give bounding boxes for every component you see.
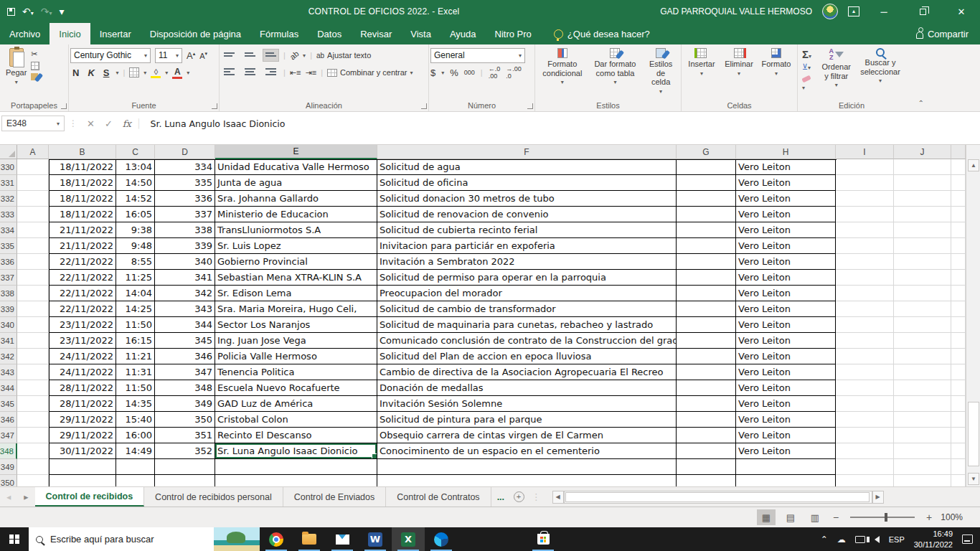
cell-D345[interactable]: 349 [155,396,215,412]
customize-qat-icon[interactable]: ▾ [60,6,65,17]
taskbar-store-icon[interactable] [527,527,560,551]
vertical-scroll-thumb[interactable] [968,402,979,466]
cell-F341[interactable]: Comunicado conclusión de contrato de la … [377,333,677,349]
cell-A338[interactable] [17,286,49,301]
zoom-slider-thumb[interactable] [885,513,887,522]
cell-A340[interactable] [17,317,49,333]
sheet-tab-control-de-contratos[interactable]: Control de Contratos [386,487,491,507]
cell-D332[interactable]: 336 [155,191,215,207]
format-painter-icon[interactable] [31,73,38,80]
cell-K338[interactable] [951,286,966,301]
cell-I331[interactable] [836,175,894,191]
row-header-344[interactable]: 344 [0,380,17,396]
number-format-select[interactable]: General▾ [430,48,525,63]
cell-C332[interactable]: 14:52 [116,191,155,207]
row-header-348[interactable]: 348 [0,443,17,459]
cell-D334[interactable]: 338 [155,222,215,238]
cell-H336[interactable]: Vero Leiton [736,254,836,270]
cell-K335[interactable] [951,238,966,254]
cell-E336[interactable]: Gobierno Provincial [215,254,377,270]
cell-J332[interactable] [894,191,951,207]
column-header-D[interactable]: D [155,145,215,159]
cell-B341[interactable]: 23/11/2022 [49,333,116,349]
cell-A332[interactable] [17,191,49,207]
taskbar-edge-icon[interactable] [425,527,458,551]
cell-J337[interactable] [894,270,951,286]
cell-H348[interactable]: Vero Leiton [736,443,836,459]
row-header-349[interactable]: 349 [0,459,17,475]
cell-D350[interactable] [155,475,215,486]
find-select-button[interactable]: Buscar y seleccionar▾ [857,47,904,100]
cell-E347[interactable]: Recinto El Descanso [215,428,377,443]
cell-G330[interactable] [677,159,736,175]
cell-A349[interactable] [17,459,49,475]
row-header-333[interactable]: 333 [0,207,17,222]
cell-B335[interactable]: 21/11/2022 [49,238,116,254]
cell-C344[interactable]: 11:50 [116,380,155,396]
column-header-partial[interactable] [951,145,966,159]
cell-H345[interactable]: Vero Leiton [736,396,836,412]
cell-C330[interactable]: 13:04 [116,159,155,175]
cell-J346[interactable] [894,412,951,428]
cell-G332[interactable] [677,191,736,207]
borders-icon[interactable] [129,67,139,77]
sheet-nav-right-icon[interactable]: ▸ [17,487,34,507]
comma-style-icon[interactable]: 000 [464,69,475,76]
copy-icon[interactable] [31,62,39,70]
cell-B333[interactable]: 18/11/2022 [49,207,116,222]
row-header-342[interactable]: 342 [0,349,17,364]
cell-E341[interactable]: Ing. Juan Jose Vega [215,333,377,349]
cell-C334[interactable]: 9:38 [116,222,155,238]
cell-G345[interactable] [677,396,736,412]
ribbon-display-options-icon[interactable]: ▴ [848,6,859,17]
cell-G341[interactable] [677,333,736,349]
enter-icon[interactable]: ✓ [100,118,118,129]
merge-center-button[interactable]: Combinar y centrar▾ [327,68,413,77]
row-header-341[interactable]: 341 [0,333,17,349]
cell-G334[interactable] [677,222,736,238]
cell-I337[interactable] [836,270,894,286]
cell-H339[interactable]: Vero Leiton [736,301,836,317]
cell-D333[interactable]: 337 [155,207,215,222]
zoom-level[interactable]: 100% [941,512,963,522]
fill-icon[interactable]: ⊻▾ [802,62,814,72]
page-layout-view-icon[interactable]: ▤ [781,509,800,525]
cell-J335[interactable] [894,238,951,254]
cell-C341[interactable]: 16:15 [116,333,155,349]
cell-A333[interactable] [17,207,49,222]
tab-formulas[interactable]: Fórmulas [250,23,308,44]
cell-K337[interactable] [951,270,966,286]
column-header-I[interactable]: I [836,145,894,159]
column-header-A[interactable]: A [17,145,49,159]
cell-F350[interactable] [377,475,677,486]
cell-I345[interactable] [836,396,894,412]
cell-C336[interactable]: 8:55 [116,254,155,270]
sheet-nav-left-icon[interactable]: ◂ [0,487,17,507]
cell-I340[interactable] [836,317,894,333]
align-bottom-icon[interactable] [263,49,279,62]
taskbar-chrome-icon[interactable] [260,527,293,551]
cell-H346[interactable]: Vero Leiton [736,412,836,428]
sheet-tab-control-de-recibidos[interactable]: Control de recibidos [35,487,145,507]
cell-H344[interactable]: Vero Leiton [736,380,836,396]
column-header-J[interactable]: J [894,145,951,159]
tab-archivo[interactable]: Archivo [0,23,50,44]
cell-A342[interactable] [17,349,49,364]
cell-J330[interactable] [894,159,951,175]
redo-icon[interactable]: ↷▾ [41,6,52,17]
cell-B330[interactable]: 18/11/2022 [49,159,116,175]
cell-D347[interactable]: 351 [155,428,215,443]
horizontal-scroll-thumb[interactable] [565,492,870,502]
tab-disposicion[interactable]: Disposición de página [141,23,250,44]
start-button[interactable] [0,527,29,551]
cell-D339[interactable]: 343 [155,301,215,317]
font-name-select[interactable]: Century Gothic▾ [70,48,151,63]
align-right-icon[interactable] [263,65,279,80]
cell-K336[interactable] [951,254,966,270]
column-header-E[interactable]: E [215,145,377,159]
cell-B350[interactable] [49,475,116,486]
cell-D335[interactable]: 339 [155,238,215,254]
cell-C337[interactable]: 11:25 [116,270,155,286]
cell-I339[interactable] [836,301,894,317]
cell-F339[interactable]: Solicitud de cambio de transformador [377,301,677,317]
